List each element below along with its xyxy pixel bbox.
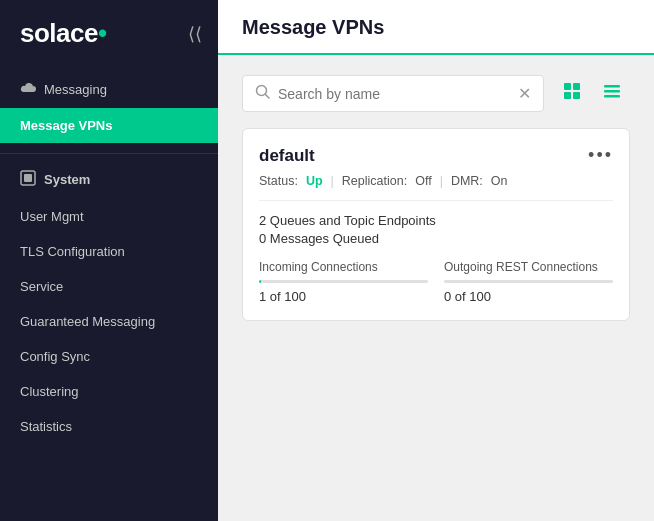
queues-text: 2 Queues and Topic Endpoints [259,213,613,228]
list-view-button[interactable] [594,75,630,112]
replication-label: Replication: [342,174,407,188]
cloud-icon [20,81,36,98]
sidebar-item-config-sync[interactable]: Config Sync [0,339,218,374]
sidebar-divider [0,153,218,154]
main-content-area: Message VPNs ✕ [218,0,654,521]
main-header: Message VPNs [218,0,654,55]
view-toggle [554,75,630,112]
system-label: System [44,172,90,187]
system-section-header: System [0,160,218,199]
dmr-label: DMR: [451,174,483,188]
replication-value: Off [415,174,431,188]
main-body: ✕ [218,55,654,341]
sidebar-item-tls-configuration[interactable]: TLS Configuration [0,234,218,269]
vpn-name: default [259,146,315,166]
search-icon [255,84,270,103]
message-vpns-label: Message VPNs [20,118,113,133]
sidebar-item-statistics[interactable]: Statistics [0,409,218,444]
messaging-label: Messaging [44,82,107,97]
messages-queued: 0 Messages Queued [259,231,613,246]
outgoing-connections: Outgoing REST Connections 0 of 100 [444,260,613,304]
svg-line-3 [266,95,270,99]
dmr-value: On [491,174,508,188]
connections-row: Incoming Connections 1 of 100 Outgoing R… [259,260,613,304]
sidebar-item-clustering[interactable]: Clustering [0,374,218,409]
svg-rect-10 [604,95,620,98]
svg-rect-6 [564,92,571,99]
system-icon [20,170,36,189]
incoming-label: Incoming Connections [259,260,428,274]
sidebar-item-user-mgmt[interactable]: User Mgmt [0,199,218,234]
logo-dot: • [98,18,107,48]
vpn-card-default: default ••• Status: Up | Replication: Of… [242,128,630,321]
nav-back-icon[interactable]: ⟨⟨ [188,23,202,45]
incoming-count: 1 of 100 [259,289,428,304]
messaging-section: Messaging Message VPNs [0,67,218,147]
incoming-bar-bg [259,280,428,283]
svg-rect-5 [573,83,580,90]
sidebar-logo-area: solace• ⟨⟨ [0,0,218,67]
logo: solace• [20,18,107,49]
logo-text: solace [20,18,98,48]
messaging-header: Messaging [0,71,218,108]
status-value: Up [306,174,323,188]
search-bar: ✕ [242,75,544,112]
incoming-bar-fill [259,280,261,283]
vpn-menu-button[interactable]: ••• [588,145,613,166]
page-title: Message VPNs [242,16,630,53]
svg-rect-8 [604,85,620,88]
sidebar-item-guaranteed-messaging[interactable]: Guaranteed Messaging [0,304,218,339]
search-row: ✕ [242,75,630,112]
svg-rect-7 [573,92,580,99]
sidebar-item-service[interactable]: Service [0,269,218,304]
search-clear-icon[interactable]: ✕ [518,84,531,103]
incoming-connections: Incoming Connections 1 of 100 [259,260,428,304]
outgoing-bar-bg [444,280,613,283]
svg-rect-4 [564,83,571,90]
sidebar: solace• ⟨⟨ Messaging Message VPNs System [0,0,218,521]
svg-rect-9 [604,90,620,93]
outgoing-label: Outgoing REST Connections [444,260,613,274]
search-input[interactable] [278,86,510,102]
vpn-status-row: Status: Up | Replication: Off | DMR: On [259,174,613,201]
vpn-card-header: default ••• [259,145,613,166]
status-label: Status: [259,174,298,188]
sidebar-item-message-vpns[interactable]: Message VPNs [0,108,218,143]
grid-view-button[interactable] [554,75,590,112]
svg-rect-1 [24,174,32,182]
vpn-stats: 2 Queues and Topic Endpoints 0 Messages … [259,213,613,246]
outgoing-count: 0 of 100 [444,289,613,304]
